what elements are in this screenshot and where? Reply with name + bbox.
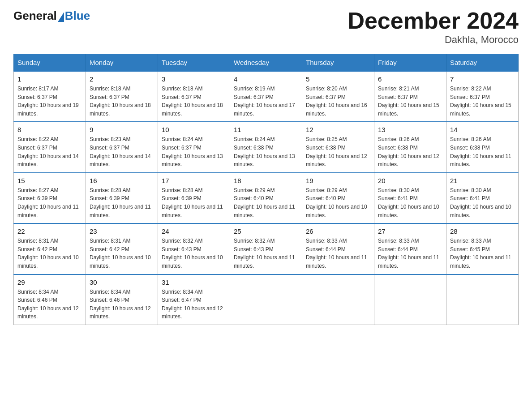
day-header-tuesday: Tuesday	[158, 54, 230, 72]
day-info: Sunrise: 8:32 AMSunset: 6:43 PMDaylight:…	[162, 237, 226, 270]
calendar-table: SundayMondayTuesdayWednesdayThursdayFrid…	[13, 54, 519, 325]
calendar-cell: 8 Sunrise: 8:22 AMSunset: 6:37 PMDayligh…	[14, 122, 86, 172]
day-info: Sunrise: 8:33 AMSunset: 6:45 PMDaylight:…	[450, 237, 515, 270]
calendar-cell: 24 Sunrise: 8:32 AMSunset: 6:43 PMDaylig…	[158, 223, 230, 274]
calendar-cell: 29 Sunrise: 8:34 AMSunset: 6:46 PMDaylig…	[14, 274, 86, 325]
day-info: Sunrise: 8:27 AMSunset: 6:39 PMDaylight:…	[17, 186, 82, 219]
day-number: 13	[378, 126, 442, 133]
calendar-cell	[230, 274, 302, 325]
day-number: 26	[306, 227, 370, 235]
calendar-week-row: 29 Sunrise: 8:34 AMSunset: 6:46 PMDaylig…	[14, 274, 519, 325]
logo-blue-text: Blue	[65, 9, 90, 23]
calendar-cell: 18 Sunrise: 8:29 AMSunset: 6:40 PMDaylig…	[230, 173, 302, 223]
location-title: Dakhla, Morocco	[348, 34, 519, 46]
calendar-cell: 14 Sunrise: 8:26 AMSunset: 6:38 PMDaylig…	[446, 122, 519, 172]
calendar-cell: 30 Sunrise: 8:34 AMSunset: 6:46 PMDaylig…	[86, 274, 158, 325]
calendar-cell: 11 Sunrise: 8:24 AMSunset: 6:38 PMDaylig…	[230, 122, 302, 172]
calendar-week-row: 1 Sunrise: 8:17 AMSunset: 6:37 PMDayligh…	[14, 71, 519, 122]
day-number: 6	[378, 75, 442, 83]
day-number: 12	[306, 126, 370, 133]
day-info: Sunrise: 8:22 AMSunset: 6:37 PMDaylight:…	[450, 85, 515, 118]
calendar-cell: 5 Sunrise: 8:20 AMSunset: 6:37 PMDayligh…	[302, 71, 374, 122]
logo-general-text: General	[13, 9, 57, 23]
calendar-cell: 17 Sunrise: 8:28 AMSunset: 6:39 PMDaylig…	[158, 173, 230, 223]
page-header: General Blue December 2024 Dakhla, Moroc…	[13, 9, 519, 46]
day-number: 7	[450, 75, 515, 83]
day-info: Sunrise: 8:25 AMSunset: 6:38 PMDaylight:…	[306, 135, 370, 168]
calendar-cell: 21 Sunrise: 8:30 AMSunset: 6:41 PMDaylig…	[446, 173, 519, 223]
day-number: 19	[306, 177, 370, 184]
calendar-cell: 25 Sunrise: 8:32 AMSunset: 6:43 PMDaylig…	[230, 223, 302, 274]
calendar-cell: 6 Sunrise: 8:21 AMSunset: 6:37 PMDayligh…	[374, 71, 446, 122]
calendar-cell: 7 Sunrise: 8:22 AMSunset: 6:37 PMDayligh…	[446, 71, 519, 122]
day-info: Sunrise: 8:18 AMSunset: 6:37 PMDaylight:…	[162, 85, 226, 118]
day-info: Sunrise: 8:23 AMSunset: 6:37 PMDaylight:…	[90, 135, 154, 168]
day-number: 30	[90, 278, 154, 286]
calendar-cell: 10 Sunrise: 8:24 AMSunset: 6:37 PMDaylig…	[158, 122, 230, 172]
day-number: 20	[378, 177, 442, 184]
day-number: 2	[90, 75, 154, 83]
day-number: 10	[162, 126, 226, 133]
day-info: Sunrise: 8:34 AMSunset: 6:47 PMDaylight:…	[162, 288, 226, 321]
day-info: Sunrise: 8:30 AMSunset: 6:41 PMDaylight:…	[378, 186, 442, 219]
day-info: Sunrise: 8:34 AMSunset: 6:46 PMDaylight:…	[17, 288, 82, 321]
calendar-cell: 4 Sunrise: 8:19 AMSunset: 6:37 PMDayligh…	[230, 71, 302, 122]
day-number: 21	[450, 177, 515, 184]
calendar-cell: 2 Sunrise: 8:18 AMSunset: 6:37 PMDayligh…	[86, 71, 158, 122]
day-info: Sunrise: 8:31 AMSunset: 6:42 PMDaylight:…	[17, 237, 82, 270]
calendar-cell: 27 Sunrise: 8:33 AMSunset: 6:44 PMDaylig…	[374, 223, 446, 274]
calendar-week-row: 22 Sunrise: 8:31 AMSunset: 6:42 PMDaylig…	[14, 223, 519, 274]
calendar-cell: 16 Sunrise: 8:28 AMSunset: 6:39 PMDaylig…	[86, 173, 158, 223]
calendar-cell: 1 Sunrise: 8:17 AMSunset: 6:37 PMDayligh…	[14, 71, 86, 122]
day-number: 8	[17, 126, 82, 133]
day-number: 17	[162, 177, 226, 184]
day-info: Sunrise: 8:29 AMSunset: 6:40 PMDaylight:…	[234, 186, 298, 219]
day-number: 3	[162, 75, 226, 83]
day-info: Sunrise: 8:31 AMSunset: 6:42 PMDaylight:…	[90, 237, 154, 270]
day-info: Sunrise: 8:28 AMSunset: 6:39 PMDaylight:…	[162, 186, 226, 219]
calendar-cell: 13 Sunrise: 8:26 AMSunset: 6:38 PMDaylig…	[374, 122, 446, 172]
logo: General Blue	[13, 9, 90, 23]
day-info: Sunrise: 8:26 AMSunset: 6:38 PMDaylight:…	[378, 135, 442, 168]
calendar-cell: 26 Sunrise: 8:33 AMSunset: 6:44 PMDaylig…	[302, 223, 374, 274]
day-number: 27	[378, 227, 442, 235]
logo-triangle-icon	[58, 12, 64, 22]
day-header-monday: Monday	[86, 54, 158, 72]
calendar-cell: 9 Sunrise: 8:23 AMSunset: 6:37 PMDayligh…	[86, 122, 158, 172]
month-title: December 2024	[348, 9, 519, 32]
day-number: 22	[17, 227, 82, 235]
calendar-cell: 3 Sunrise: 8:18 AMSunset: 6:37 PMDayligh…	[158, 71, 230, 122]
calendar-header-row: SundayMondayTuesdayWednesdayThursdayFrid…	[14, 54, 519, 72]
day-header-sunday: Sunday	[14, 54, 86, 72]
day-number: 25	[234, 227, 298, 235]
title-block: December 2024 Dakhla, Morocco	[348, 9, 519, 46]
calendar-cell: 31 Sunrise: 8:34 AMSunset: 6:47 PMDaylig…	[158, 274, 230, 325]
calendar-week-row: 15 Sunrise: 8:27 AMSunset: 6:39 PMDaylig…	[14, 173, 519, 223]
calendar-week-row: 8 Sunrise: 8:22 AMSunset: 6:37 PMDayligh…	[14, 122, 519, 172]
day-info: Sunrise: 8:20 AMSunset: 6:37 PMDaylight:…	[306, 85, 370, 118]
calendar-cell	[302, 274, 374, 325]
day-info: Sunrise: 8:21 AMSunset: 6:37 PMDaylight:…	[378, 85, 442, 118]
day-info: Sunrise: 8:22 AMSunset: 6:37 PMDaylight:…	[17, 135, 82, 168]
day-info: Sunrise: 8:19 AMSunset: 6:37 PMDaylight:…	[234, 85, 298, 118]
calendar-cell: 19 Sunrise: 8:29 AMSunset: 6:40 PMDaylig…	[302, 173, 374, 223]
day-number: 28	[450, 227, 515, 235]
calendar-cell: 12 Sunrise: 8:25 AMSunset: 6:38 PMDaylig…	[302, 122, 374, 172]
day-number: 4	[234, 75, 298, 83]
calendar-cell: 15 Sunrise: 8:27 AMSunset: 6:39 PMDaylig…	[14, 173, 86, 223]
day-number: 1	[17, 75, 82, 83]
day-number: 14	[450, 126, 515, 133]
day-number: 29	[17, 278, 82, 286]
day-number: 23	[90, 227, 154, 235]
day-header-wednesday: Wednesday	[230, 54, 302, 72]
day-header-friday: Friday	[374, 54, 446, 72]
day-info: Sunrise: 8:24 AMSunset: 6:37 PMDaylight:…	[162, 135, 226, 168]
calendar-cell: 28 Sunrise: 8:33 AMSunset: 6:45 PMDaylig…	[446, 223, 519, 274]
day-info: Sunrise: 8:29 AMSunset: 6:40 PMDaylight:…	[306, 186, 370, 219]
calendar-cell	[374, 274, 446, 325]
day-info: Sunrise: 8:32 AMSunset: 6:43 PMDaylight:…	[234, 237, 298, 270]
day-number: 15	[17, 177, 82, 184]
calendar-cell	[446, 274, 519, 325]
calendar-cell: 22 Sunrise: 8:31 AMSunset: 6:42 PMDaylig…	[14, 223, 86, 274]
calendar-cell: 23 Sunrise: 8:31 AMSunset: 6:42 PMDaylig…	[86, 223, 158, 274]
